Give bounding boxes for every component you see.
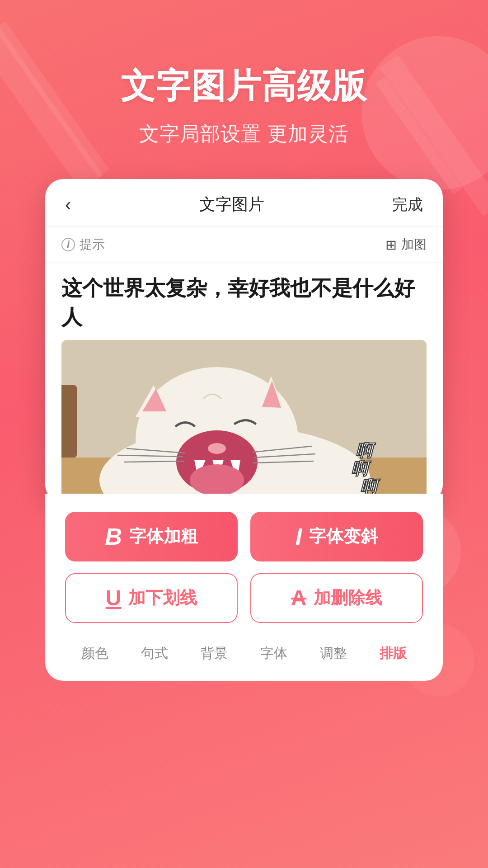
underline-label: 加下划线 bbox=[128, 586, 197, 609]
tab-adjust[interactable]: 调整 bbox=[320, 644, 347, 663]
phone-card: ‹ 文字图片 完成 i 提示 ⊞ 加图 这个世界太复杂，幸好我也不是什么好人 bbox=[45, 179, 443, 503]
nav-title: 文字图片 bbox=[199, 193, 264, 216]
strikethrough-label: 加删除线 bbox=[314, 586, 382, 609]
hint-label: 提示 bbox=[80, 236, 105, 253]
card-toolbar: i 提示 ⊞ 加图 bbox=[45, 227, 443, 263]
bold-label: 字体加粗 bbox=[129, 525, 198, 548]
add-image-button[interactable]: ⊞ 加图 bbox=[385, 236, 427, 253]
tab-color[interactable]: 颜色 bbox=[81, 644, 108, 663]
strikethrough-icon: A bbox=[291, 585, 307, 610]
italic-label: 字体变斜 bbox=[309, 525, 378, 548]
page-title: 文字图片高级版 bbox=[0, 63, 488, 110]
back-button[interactable]: ‹ bbox=[65, 194, 71, 215]
svg-rect-2 bbox=[61, 385, 77, 458]
info-icon: i bbox=[61, 238, 75, 251]
hint-section: i 提示 bbox=[61, 236, 105, 253]
button-row-1: B 字体加粗 I 字体变斜 bbox=[65, 512, 423, 561]
bold-icon: B bbox=[105, 523, 122, 550]
main-text[interactable]: 这个世界太复杂，幸好我也不是什么好人 bbox=[61, 274, 427, 332]
underline-button[interactable]: U 加下划线 bbox=[65, 573, 238, 623]
strikethrough-button[interactable]: A 加删除线 bbox=[250, 573, 423, 623]
add-image-label: 加图 bbox=[401, 236, 427, 253]
page-subtitle: 文字局部设置 更加灵活 bbox=[0, 121, 488, 147]
svg-point-14 bbox=[208, 443, 226, 454]
italic-icon: I bbox=[296, 523, 302, 550]
meme-image-area: 啊 啊 啊 bbox=[61, 340, 427, 503]
svg-point-13 bbox=[190, 464, 244, 496]
card-navbar: ‹ 文字图片 完成 bbox=[45, 179, 443, 227]
tab-background[interactable]: 背景 bbox=[201, 644, 228, 663]
tab-font[interactable]: 字体 bbox=[260, 644, 287, 663]
bold-button[interactable]: B 字体加粗 bbox=[65, 512, 238, 561]
header-section: 文字图片高级版 文字局部设置 更加灵活 bbox=[0, 0, 488, 147]
add-image-icon: ⊞ bbox=[385, 237, 397, 253]
tab-layout[interactable]: 排版 bbox=[380, 644, 407, 663]
done-button[interactable]: 完成 bbox=[392, 194, 423, 215]
tab-sentence[interactable]: 句式 bbox=[141, 644, 168, 663]
italic-button[interactable]: I 字体变斜 bbox=[250, 512, 423, 561]
bottom-panel: B 字体加粗 I 字体变斜 U 加下划线 A 加删除线 颜色 句式 背景 字体 … bbox=[45, 494, 443, 681]
underline-icon: U bbox=[106, 585, 122, 610]
bottom-tabs: 颜色 句式 背景 字体 调整 排版 bbox=[65, 635, 423, 667]
card-content: 这个世界太复杂，幸好我也不是什么好人 bbox=[45, 263, 443, 503]
button-row-2: U 加下划线 A 加删除线 bbox=[65, 573, 423, 623]
